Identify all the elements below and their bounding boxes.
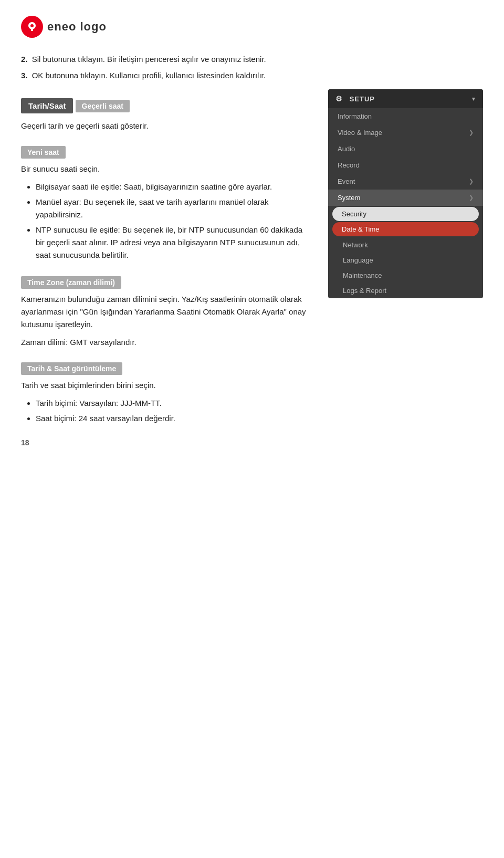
setup-header-content: ⚙ SETUP xyxy=(335,95,375,103)
svg-point-0 xyxy=(30,24,34,27)
yeni-saat-bullet-2: Manüel ayar: Bu seçenek ile, saat ve tar… xyxy=(36,196,312,221)
yeni-saat-bullet-1: Bilgisayar saati ile eşitle: Saati, bilg… xyxy=(36,181,312,193)
chevron-right-icon: ❯ xyxy=(469,129,474,136)
yeni-saat-bullets: Bilgisayar saati ile eşitle: Saati, bilg… xyxy=(36,181,312,261)
sidebar-item-audio[interactable]: Audio xyxy=(328,141,483,157)
sidebar-subitem-language[interactable]: Language xyxy=(328,253,483,268)
sub-heading-gecerli-saat: Geçerli saat xyxy=(76,100,130,112)
sub-heading-yeni-saat: Yeni saat xyxy=(21,146,66,159)
gear-icon: ⚙ xyxy=(335,95,343,103)
step-3-number: 3. xyxy=(21,71,28,80)
sidebar-item-information-label: Information xyxy=(338,112,372,120)
tarih-saat-bullet-1: Tarih biçimi: Varsayılan: JJJ-MM-TT. xyxy=(36,397,312,410)
step-2-text: Sil butonuna tıklayın. Bir iletişim penc… xyxy=(32,55,266,64)
numbered-step-3: 3. OK butonuna tıklayın. Kullanıcı profi… xyxy=(21,70,483,82)
sidebar-subitem-security-label: Security xyxy=(342,210,366,218)
sub-heading-time-zone: Time Zone (zaman dilimi) xyxy=(21,276,121,289)
sidebar-subitem-language-label: Language xyxy=(343,256,373,264)
sidebar-subitem-date-time[interactable]: Date & Time xyxy=(332,222,479,236)
tarih-saat-bullet-2: Saat biçimi: 24 saat varsayılan değerdir… xyxy=(36,412,312,425)
sidebar-subitem-network[interactable]: Network xyxy=(328,237,483,253)
sidebar-subitem-maintenance[interactable]: Maintenance xyxy=(328,268,483,283)
sidebar-subitem-logs-report[interactable]: Logs & Report xyxy=(328,283,483,298)
time-zone-body2: Zaman dilimi: GMT varsayılandır. xyxy=(21,336,312,349)
sidebar-subitem-logs-report-label: Logs & Report xyxy=(343,287,386,295)
sidebar-subitem-maintenance-label: Maintenance xyxy=(343,271,382,279)
yeni-saat-bullet-3: NTP sunucusu ile eşitle: Bu seçenek ile,… xyxy=(36,224,312,261)
sidebar-item-system[interactable]: System ❯ xyxy=(328,190,483,206)
logo-icon xyxy=(21,16,43,38)
tarih-saat-goruntuleme-body: Tarih ve saat biçimlerinden birini seçin… xyxy=(21,379,312,392)
setup-header: ⚙ SETUP ▾ xyxy=(328,89,483,108)
step-2-number: 2. xyxy=(21,55,28,64)
sidebar-item-record-label: Record xyxy=(338,161,360,169)
main-content: Tarih/Saat Geçerli saat Geçerli tarih ve… xyxy=(21,87,312,431)
sidebar-item-event-label: Event xyxy=(338,177,355,185)
page-number: 18 xyxy=(21,438,29,447)
numbered-step-2: 2. Sil butonuna tıklayın. Bir iletişim p… xyxy=(21,54,483,66)
step-3-text: OK butonuna tıklayın. Kullanıcı profili,… xyxy=(32,71,266,80)
logo-text: eneo logo xyxy=(47,20,107,34)
sidebar-item-video-image[interactable]: Video & Image ❯ xyxy=(328,124,483,141)
sidebar-item-video-image-label: Video & Image xyxy=(338,129,382,137)
sidebar: ⚙ SETUP ▾ Information Video & Image ❯ Au… xyxy=(328,87,483,431)
gecerli-saat-body: Geçerli tarih ve geçerli saati gösterir. xyxy=(21,120,312,132)
eneo-logo-svg xyxy=(26,20,38,33)
setup-chevron-down-icon: ▾ xyxy=(472,96,476,102)
sub-heading-tarih-saat-goruntuleme: Tarih & Saat görüntüleme xyxy=(21,362,122,375)
sidebar-subitem-security[interactable]: Security xyxy=(332,207,479,221)
sidebar-item-audio-label: Audio xyxy=(338,145,355,153)
setup-header-label: SETUP xyxy=(350,95,375,103)
setup-sidebar: ⚙ SETUP ▾ Information Video & Image ❯ Au… xyxy=(328,89,483,298)
main-layout: Tarih/Saat Geçerli saat Geçerli tarih ve… xyxy=(21,87,483,431)
event-chevron-right-icon: ❯ xyxy=(469,178,474,185)
sidebar-item-record[interactable]: Record xyxy=(328,157,483,173)
sidebar-subitem-network-label: Network xyxy=(343,241,368,249)
time-zone-body1: Kameranızın bulunduğu zaman dilimini seç… xyxy=(21,293,312,331)
section-heading-tarih-saat: Tarih/Saat xyxy=(21,98,73,113)
sidebar-item-system-label: System xyxy=(338,194,360,202)
tarih-saat-goruntuleme-bullets: Tarih biçimi: Varsayılan: JJJ-MM-TT. Saa… xyxy=(36,397,312,425)
logo-area: eneo logo xyxy=(21,16,483,38)
yeni-saat-body: Bir sunucu saati seçin. xyxy=(21,163,312,175)
sidebar-item-event[interactable]: Event ❯ xyxy=(328,173,483,190)
page-wrapper: eneo logo 2. Sil butonuna tıklayın. Bir … xyxy=(0,0,504,463)
sidebar-subitem-date-time-label: Date & Time xyxy=(342,225,380,233)
sidebar-item-information[interactable]: Information xyxy=(328,108,483,124)
system-chevron-right-icon: ❯ xyxy=(469,194,474,201)
